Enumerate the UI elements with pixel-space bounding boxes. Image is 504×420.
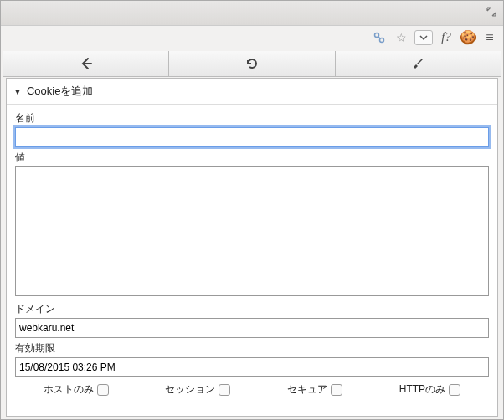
svg-point-0 [375, 33, 379, 37]
content-panel: ▼ Cookieを追加 名前 値 ドメイン 有効期限 ホストのみ [6, 78, 498, 417]
http-only-label: HTTPのみ [399, 382, 445, 397]
app-window: ☆ f? 🍪 ≡ ▼ Cookieを追加 名前 [0, 0, 504, 420]
panel-toolbar [3, 51, 501, 77]
checkbox-icon [449, 384, 460, 396]
session-check[interactable]: セッション [165, 382, 230, 397]
undo-button[interactable] [169, 51, 335, 76]
domain-input[interactable] [15, 318, 489, 338]
section-title: Cookieを追加 [27, 84, 93, 99]
star-icon[interactable]: ☆ [393, 29, 409, 46]
titlebar [1, 1, 503, 26]
fquery-icon[interactable]: f? [438, 29, 455, 46]
expand-triangle-icon: ▼ [13, 87, 22, 96]
checkbox-row: ホストのみ セッション セキュア HTTPのみ [15, 377, 489, 398]
svg-line-2 [378, 37, 380, 38]
settings-button[interactable] [336, 51, 501, 76]
checkbox-icon [97, 384, 109, 396]
secure-label: セキュア [287, 382, 327, 397]
session-label: セッション [165, 382, 215, 397]
link-icon[interactable] [371, 29, 388, 46]
http-only-check[interactable]: HTTPのみ [399, 382, 460, 397]
pocket-icon[interactable] [414, 30, 433, 45]
value-label: 値 [15, 151, 489, 165]
expire-label: 有効期限 [15, 341, 489, 356]
host-only-label: ホストのみ [44, 382, 94, 397]
section-header[interactable]: ▼ Cookieを追加 [7, 79, 497, 105]
svg-point-1 [380, 38, 384, 42]
expire-input[interactable] [15, 357, 489, 377]
secure-check[interactable]: セキュア [287, 382, 342, 397]
value-textarea[interactable] [15, 166, 489, 296]
name-input[interactable] [15, 127, 489, 147]
resize-icon[interactable] [486, 6, 496, 19]
menu-icon[interactable]: ≡ [481, 29, 498, 46]
form-area: 名前 値 ドメイン 有効期限 ホストのみ セッション [7, 105, 497, 405]
host-only-check[interactable]: ホストのみ [44, 382, 109, 397]
checkbox-icon [331, 384, 342, 396]
domain-label: ドメイン [15, 302, 489, 316]
checkbox-icon [219, 384, 230, 396]
back-button[interactable] [3, 51, 169, 76]
extensions-row: ☆ f? 🍪 ≡ [1, 26, 503, 49]
cookie-icon[interactable]: 🍪 [460, 29, 476, 46]
name-label: 名前 [15, 111, 489, 125]
